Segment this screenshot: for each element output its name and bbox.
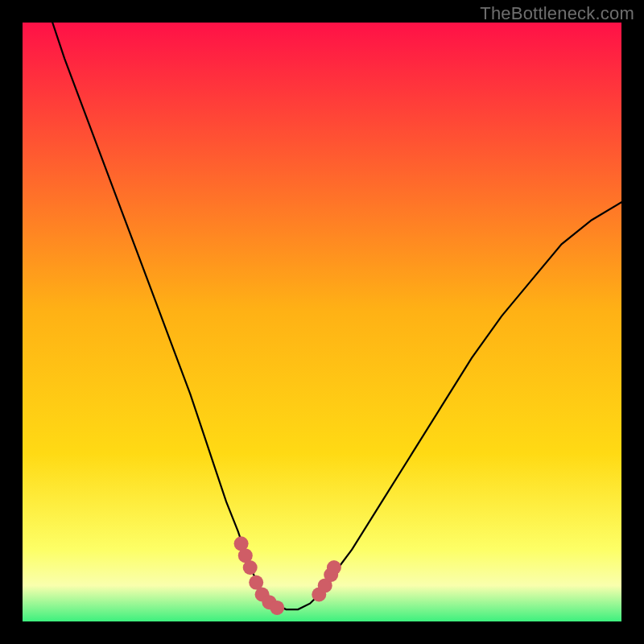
curve-marker (270, 601, 284, 615)
curve-marker (243, 560, 258, 575)
watermark-label: TheBottleneck.com (480, 3, 634, 24)
gradient-background (23, 23, 621, 621)
chart-frame: TheBottleneck.com (0, 0, 644, 644)
curve-marker (327, 560, 341, 575)
plot-area (23, 23, 621, 621)
plot-svg (23, 23, 621, 621)
